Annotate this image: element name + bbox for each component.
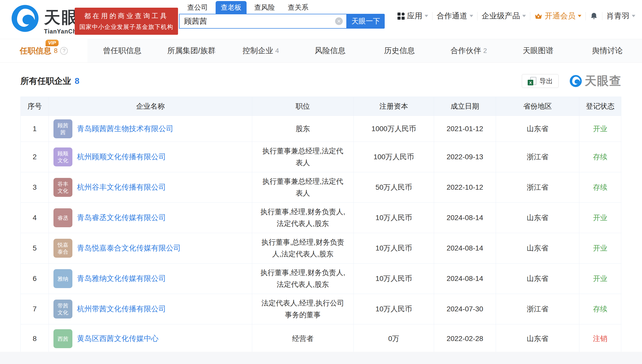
- date-cell: 2024-07-30: [434, 294, 496, 324]
- position-cell: 股东: [252, 116, 354, 142]
- tab-partners[interactable]: 合作伙伴 2: [434, 39, 503, 62]
- tab-group-cluster[interactable]: 所属集团/族群: [157, 39, 226, 62]
- position-cell: 经营者: [252, 324, 354, 353]
- company-avatar: 顾茜茜: [53, 119, 72, 138]
- company-avatar: 谷丰文化: [53, 178, 72, 197]
- status-cell: 开业: [579, 264, 621, 294]
- tab-controlled-companies[interactable]: 控制企业 4: [226, 39, 295, 62]
- notifications-bell-icon[interactable]: [590, 12, 598, 20]
- top-nav: 应用 合作通道 企业级产品 开通会员: [397, 11, 635, 21]
- row-index: 5: [21, 233, 49, 264]
- tab-label: 历史信息: [384, 46, 415, 56]
- status-badge: 开业: [593, 244, 607, 252]
- table-row: 1 顾茜茜 青岛顾茜茜生物技术有限公司 股东 1000万人民币 2021-01-…: [21, 116, 621, 142]
- search-tabs: 查公司 查老板 查风险 查关系: [182, 2, 385, 14]
- vip-crown-icon: [534, 12, 543, 20]
- search-module: 查公司 查老板 查风险 查关系 顾茜茜 天眼一下: [179, 2, 385, 29]
- date-cell: 2021-01-12: [434, 116, 496, 142]
- col-header-status: 登记状态: [579, 97, 621, 116]
- search-input[interactable]: 顾茜茜: [179, 14, 347, 29]
- table-row: 8 西茜 黄岛区西茜文化传媒中心 经营者 0万 2022-02-28 山东省 注…: [21, 324, 621, 353]
- tab-label: 风险信息: [315, 46, 346, 56]
- company-avatar: 顾顺文化: [53, 147, 72, 166]
- row-index: 4: [21, 203, 49, 233]
- profile-tab-bar: VIP 任职信息 8 曾任职信息 所属集团/族群 控制企业 4 风险信息 历史信…: [0, 39, 642, 63]
- tab-count: 8: [54, 47, 58, 55]
- caret-down-icon: [470, 15, 473, 17]
- date-cell: 2024-08-14: [434, 203, 496, 233]
- row-index: 7: [21, 294, 49, 324]
- table-header-row: 序号 企业名称 职位 注册资本 成立日期 省份地区 登记状态: [21, 97, 621, 116]
- company-avatar: 雅纳: [53, 269, 72, 288]
- tab-former-employment[interactable]: 曾任职信息: [87, 39, 157, 62]
- company-link[interactable]: 青岛顾茜茜生物技术有限公司: [77, 124, 173, 134]
- status-badge: 存续: [593, 183, 607, 191]
- company-link[interactable]: 黄岛区西茜文化传媒中心: [77, 334, 159, 344]
- company-link[interactable]: 青岛睿丞文化传媒有限公司: [77, 213, 166, 223]
- capital-cell: 100万人民币: [354, 142, 434, 172]
- top-header: 天眼查 TianYanCha.com 都在用的商业查询工具 国家中小企业发展子基…: [0, 0, 642, 39]
- tab-label: 舆情讨论: [592, 46, 623, 56]
- table-row: 7 带茜文化 杭州带茜文化传播有限公司 法定代表人,经理,执行公司事务的董事 1…: [21, 294, 621, 324]
- footer-band: [0, 352, 642, 364]
- date-cell: 2024-08-14: [434, 233, 496, 264]
- search-tab-boss[interactable]: 查老板: [216, 1, 247, 14]
- col-header-province: 省份地区: [496, 97, 579, 116]
- tab-count: 2: [483, 47, 487, 55]
- status-cell: 存续: [579, 142, 621, 172]
- status-cell: 存续: [579, 294, 621, 324]
- col-header-capital: 注册资本: [354, 97, 434, 116]
- logo-swirl-icon: [11, 4, 39, 33]
- question-circle-icon[interactable]: [60, 47, 68, 55]
- position-cell: 执行董事,总经理,财务负责人,法定代表人,股东: [252, 233, 354, 264]
- province-cell: 山东省: [496, 116, 579, 142]
- position-cell: 法定代表人,经理,执行公司事务的董事: [252, 294, 354, 324]
- status-badge: 存续: [593, 305, 607, 313]
- capital-cell: 50万人民币: [354, 172, 434, 203]
- date-cell: 2022-09-13: [434, 142, 496, 172]
- nav-apps-label: 应用: [407, 11, 422, 21]
- nav-user-menu[interactable]: 肖青羽: [606, 11, 635, 21]
- company-avatar: 睿丞: [53, 208, 72, 227]
- status-badge: 存续: [593, 153, 607, 161]
- company-link[interactable]: 杭州顾顺文化传播有限公司: [77, 152, 166, 162]
- search-tab-risk[interactable]: 查风险: [249, 1, 280, 14]
- apps-grid-icon: [397, 13, 405, 20]
- province-cell: 山东省: [496, 203, 579, 233]
- company-link[interactable]: 青岛悦嘉泰合文化传媒有限公司: [77, 243, 181, 253]
- nav-divider: [477, 12, 478, 20]
- company-link[interactable]: 杭州谷丰文化传播有限公司: [77, 182, 166, 192]
- province-cell: 山东省: [496, 233, 579, 264]
- tab-history-info[interactable]: 历史信息: [365, 39, 434, 62]
- employment-table: 序号 企业名称 职位 注册资本 成立日期 省份地区 登记状态 1 顾茜茜: [20, 97, 621, 353]
- province-cell: 浙江省: [496, 294, 579, 324]
- clear-icon[interactable]: [335, 17, 343, 25]
- search-button[interactable]: 天眼一下: [347, 14, 385, 29]
- status-badge: 开业: [593, 275, 607, 282]
- search-tab-relation[interactable]: 查关系: [283, 1, 314, 14]
- company-avatar: 西茜: [53, 329, 72, 348]
- company-link[interactable]: 杭州带茜文化传播有限公司: [77, 304, 166, 314]
- tab-label: 任职信息: [20, 46, 51, 56]
- tab-employment-info[interactable]: VIP 任职信息 8: [0, 39, 87, 62]
- export-button[interactable]: 导出: [522, 74, 559, 88]
- promo-banner-line2: 国家中小企业发展子基金旗下机构: [79, 23, 173, 31]
- nav-open-vip[interactable]: 开通会员: [534, 11, 581, 21]
- nav-apps[interactable]: 应用: [397, 11, 428, 21]
- search-row: 顾茜茜 天眼一下: [179, 14, 385, 29]
- status-badge: 开业: [593, 214, 607, 222]
- nav-enterprise-products[interactable]: 企业级产品: [482, 11, 526, 21]
- tab-graph[interactable]: 天眼图谱: [503, 39, 573, 62]
- tab-risk-info[interactable]: 风险信息: [295, 39, 365, 62]
- main-content: 所有任职企业 8 导出 天眼查: [0, 63, 642, 353]
- company-avatar: 悦嘉泰合: [53, 239, 72, 258]
- position-cell: 执行董事,经理,财务负责人,法定代表人,股东: [252, 264, 354, 294]
- nav-divider: [432, 12, 433, 20]
- row-index: 3: [21, 172, 49, 203]
- tab-public-opinion[interactable]: 舆情讨论: [573, 39, 642, 62]
- search-tab-company[interactable]: 查公司: [182, 1, 213, 14]
- company-link[interactable]: 青岛雅纳文化传媒有限公司: [77, 274, 166, 284]
- nav-cooperation-channel[interactable]: 合作通道: [437, 11, 473, 21]
- status-cell: 开业: [579, 116, 621, 142]
- status-badge: 开业: [593, 125, 607, 133]
